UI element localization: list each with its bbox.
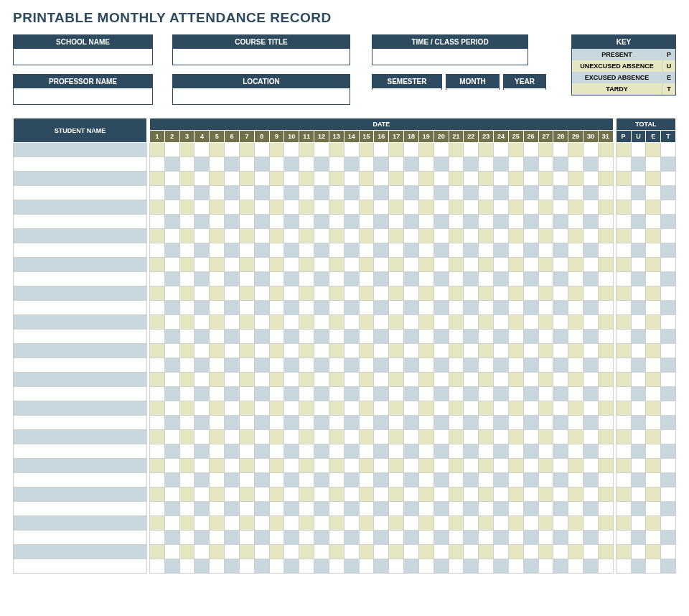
attendance-cell[interactable]: [164, 215, 179, 229]
student-name-cell[interactable]: [14, 301, 147, 315]
attendance-cell[interactable]: [433, 229, 449, 243]
attendance-cell[interactable]: [254, 459, 269, 473]
student-name-cell[interactable]: [14, 531, 147, 545]
attendance-cell[interactable]: [508, 286, 523, 301]
attendance-cell[interactable]: [164, 430, 179, 444]
attendance-cell[interactable]: [210, 344, 225, 358]
attendance-cell[interactable]: [269, 559, 284, 574]
attendance-cell[interactable]: [225, 186, 240, 200]
attendance-cell[interactable]: [344, 444, 359, 459]
attendance-cell[interactable]: [479, 430, 494, 444]
attendance-cell[interactable]: [538, 545, 553, 559]
total-cell[interactable]: [646, 416, 661, 430]
attendance-cell[interactable]: [299, 344, 314, 358]
attendance-cell[interactable]: [254, 301, 269, 315]
attendance-cell[interactable]: [150, 286, 165, 301]
attendance-cell[interactable]: [598, 545, 613, 559]
attendance-cell[interactable]: [553, 401, 568, 416]
attendance-cell[interactable]: [210, 358, 225, 373]
attendance-cell[interactable]: [194, 315, 210, 330]
attendance-cell[interactable]: [194, 531, 210, 545]
attendance-cell[interactable]: [374, 301, 389, 315]
attendance-cell[interactable]: [523, 444, 538, 459]
attendance-cell[interactable]: [494, 545, 509, 559]
attendance-cell[interactable]: [538, 172, 553, 186]
attendance-cell[interactable]: [269, 516, 284, 531]
attendance-cell[interactable]: [568, 531, 583, 545]
attendance-cell[interactable]: [449, 143, 464, 157]
attendance-cell[interactable]: [389, 545, 404, 559]
attendance-cell[interactable]: [433, 358, 449, 373]
attendance-cell[interactable]: [479, 229, 494, 243]
attendance-cell[interactable]: [239, 143, 254, 157]
attendance-cell[interactable]: [389, 459, 404, 473]
attendance-cell[interactable]: [553, 444, 568, 459]
attendance-cell[interactable]: [374, 186, 389, 200]
attendance-cell[interactable]: [404, 229, 419, 243]
attendance-cell[interactable]: [598, 330, 613, 344]
attendance-cell[interactable]: [568, 200, 583, 215]
attendance-cell[interactable]: [254, 229, 269, 243]
total-cell[interactable]: [661, 358, 676, 373]
attendance-cell[interactable]: [464, 143, 479, 157]
attendance-cell[interactable]: [150, 401, 165, 416]
attendance-cell[interactable]: [314, 502, 329, 516]
attendance-cell[interactable]: [359, 315, 374, 330]
student-name-cell[interactable]: [14, 172, 147, 186]
attendance-cell[interactable]: [464, 473, 479, 487]
attendance-cell[interactable]: [568, 502, 583, 516]
attendance-cell[interactable]: [344, 387, 359, 401]
attendance-cell[interactable]: [404, 200, 419, 215]
total-cell[interactable]: [646, 315, 661, 330]
attendance-cell[interactable]: [194, 473, 210, 487]
attendance-cell[interactable]: [194, 186, 210, 200]
attendance-cell[interactable]: [210, 143, 225, 157]
attendance-cell[interactable]: [433, 200, 449, 215]
attendance-cell[interactable]: [598, 416, 613, 430]
total-cell[interactable]: [631, 258, 646, 272]
attendance-cell[interactable]: [164, 444, 179, 459]
total-cell[interactable]: [661, 531, 676, 545]
attendance-cell[interactable]: [494, 444, 509, 459]
attendance-cell[interactable]: [494, 272, 509, 286]
attendance-cell[interactable]: [194, 502, 210, 516]
attendance-cell[interactable]: [583, 459, 599, 473]
attendance-cell[interactable]: [449, 157, 464, 172]
attendance-cell[interactable]: [314, 272, 329, 286]
attendance-cell[interactable]: [374, 344, 389, 358]
attendance-cell[interactable]: [225, 286, 240, 301]
attendance-cell[interactable]: [568, 243, 583, 258]
attendance-cell[interactable]: [239, 459, 254, 473]
attendance-cell[interactable]: [179, 330, 194, 344]
attendance-cell[interactable]: [404, 330, 419, 344]
attendance-cell[interactable]: [329, 215, 344, 229]
attendance-cell[interactable]: [344, 502, 359, 516]
attendance-cell[interactable]: [464, 186, 479, 200]
attendance-cell[interactable]: [404, 401, 419, 416]
total-cell[interactable]: [646, 487, 661, 502]
attendance-cell[interactable]: [494, 516, 509, 531]
attendance-cell[interactable]: [164, 473, 179, 487]
attendance-cell[interactable]: [329, 502, 344, 516]
attendance-cell[interactable]: [150, 358, 165, 373]
total-cell[interactable]: [616, 416, 631, 430]
attendance-cell[interactable]: [538, 186, 553, 200]
attendance-cell[interactable]: [269, 215, 284, 229]
attendance-cell[interactable]: [404, 559, 419, 574]
attendance-cell[interactable]: [418, 272, 433, 286]
total-cell[interactable]: [616, 487, 631, 502]
attendance-cell[interactable]: [538, 373, 553, 387]
attendance-cell[interactable]: [164, 157, 179, 172]
total-cell[interactable]: [646, 157, 661, 172]
attendance-cell[interactable]: [359, 229, 374, 243]
attendance-cell[interactable]: [344, 258, 359, 272]
attendance-cell[interactable]: [553, 200, 568, 215]
attendance-cell[interactable]: [225, 401, 240, 416]
attendance-cell[interactable]: [359, 272, 374, 286]
attendance-cell[interactable]: [254, 200, 269, 215]
attendance-cell[interactable]: [179, 358, 194, 373]
attendance-cell[interactable]: [329, 487, 344, 502]
attendance-cell[interactable]: [538, 301, 553, 315]
attendance-cell[interactable]: [523, 215, 538, 229]
attendance-cell[interactable]: [179, 516, 194, 531]
